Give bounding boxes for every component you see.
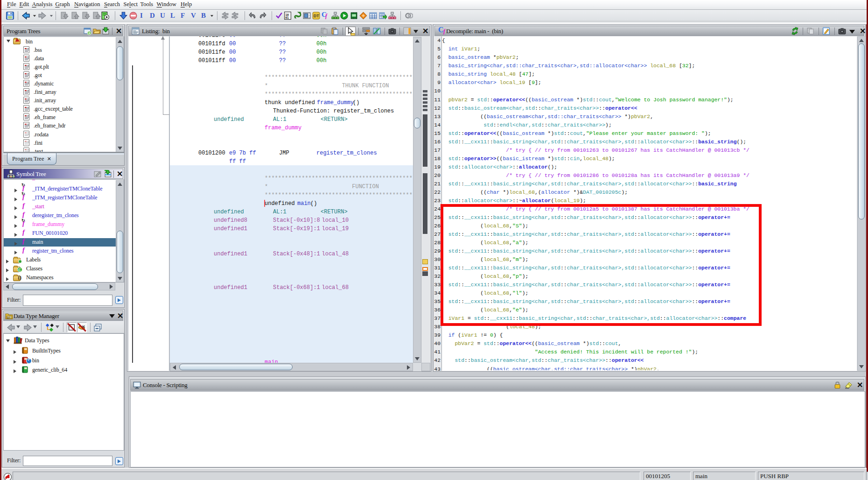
svg-text:DT: DT [314,14,319,18]
svg-text:01: 01 [285,16,289,20]
svg-text:DT: DT [7,316,11,319]
